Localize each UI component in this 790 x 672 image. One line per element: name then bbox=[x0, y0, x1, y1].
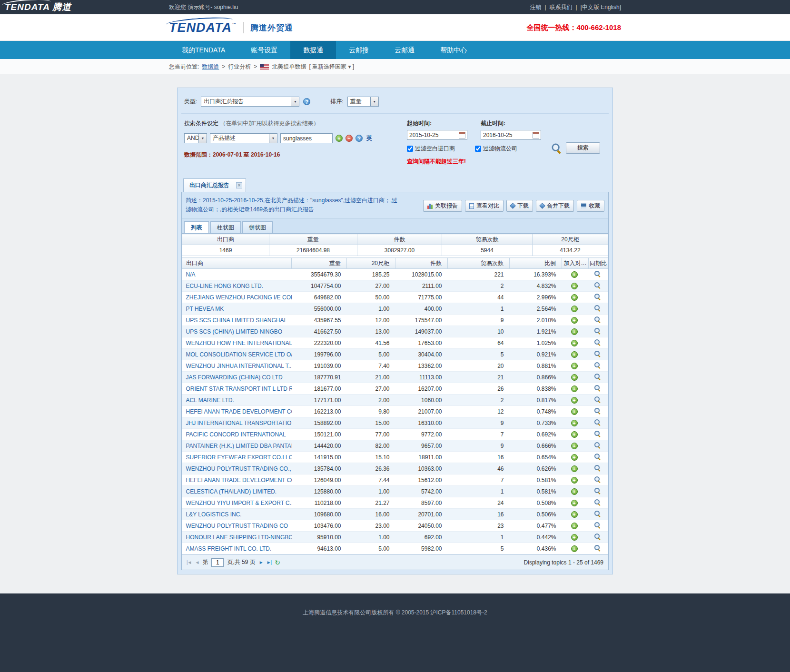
tab-bar-chart-view[interactable]: 柱状图 bbox=[210, 221, 241, 233]
add-to-compare-icon[interactable] bbox=[571, 511, 578, 518]
exporter-name-link[interactable]: ECU-LINE HONG KONG LTD. bbox=[182, 280, 292, 292]
exporter-name-link[interactable]: PACIFIC CONCORD INTERNATIONAL bbox=[182, 429, 292, 440]
last-page-button[interactable] bbox=[267, 560, 272, 565]
nav-my-tendata[interactable]: 我的TENDATA bbox=[169, 41, 238, 59]
nav-account-settings[interactable]: 账号设置 bbox=[238, 41, 290, 59]
exporter-name-link[interactable]: JAS FORWARDING (CHINA) CO LTD bbox=[182, 372, 292, 383]
prev-page-button[interactable] bbox=[195, 560, 199, 565]
period-compare-icon[interactable] bbox=[594, 316, 601, 323]
add-condition-icon[interactable] bbox=[336, 135, 343, 142]
add-to-compare-icon[interactable] bbox=[571, 283, 578, 289]
filter-logistics-option[interactable]: 过滤物流公司 bbox=[475, 145, 517, 153]
period-compare-icon[interactable] bbox=[594, 270, 601, 277]
exporter-name-link[interactable]: MOL CONSOLIDATION SERVICE LTD O/B bbox=[182, 349, 292, 360]
exporter-name-link[interactable]: HONOUR LANE SHIPPING LTD-NINGBO bbox=[182, 532, 292, 543]
exporter-name-link[interactable]: CELESTICA (THAILAND) LIMITED. bbox=[182, 486, 292, 497]
exporter-name-link[interactable]: ZHEJIANG WENZHOU PACKING I/E CORP. bbox=[182, 292, 292, 303]
exporter-name-link[interactable]: N/A bbox=[182, 269, 292, 280]
period-compare-icon[interactable] bbox=[594, 499, 601, 505]
end-date-input[interactable] bbox=[481, 132, 533, 138]
breadcrumb-data-service-link[interactable]: 数据通 bbox=[202, 63, 219, 71]
period-compare-icon[interactable] bbox=[594, 510, 601, 517]
type-help-icon[interactable] bbox=[303, 98, 310, 105]
add-to-compare-icon[interactable] bbox=[571, 374, 578, 381]
search-button[interactable]: 搜索 bbox=[566, 142, 600, 154]
exporter-name-link[interactable]: WENZHOU HOW FINE INTERNATIONAL... bbox=[182, 337, 292, 349]
add-to-compare-icon[interactable] bbox=[571, 454, 578, 461]
language-switch-link[interactable]: [中文版 English] bbox=[581, 3, 621, 11]
add-to-compare-icon[interactable] bbox=[571, 271, 578, 278]
add-to-compare-icon[interactable] bbox=[571, 488, 578, 495]
reselect-country-button[interactable]: [ 重新选择国家 ▾ ] bbox=[309, 63, 354, 71]
exporter-name-link[interactable]: ORIENT STAR TRANSPORT INT L LTD RM bbox=[182, 383, 292, 395]
period-compare-icon[interactable] bbox=[594, 396, 601, 403]
period-compare-icon[interactable] bbox=[594, 476, 601, 483]
nav-cloud-mail-search[interactable]: 云邮搜 bbox=[336, 41, 382, 59]
exporter-name-link[interactable]: JHJ INTERNATIONAL TRANSPORTATIO... bbox=[182, 417, 292, 429]
period-compare-icon[interactable] bbox=[594, 453, 601, 460]
add-to-compare-icon[interactable] bbox=[571, 420, 578, 426]
related-report-button[interactable]: 关联报告 bbox=[423, 200, 462, 212]
sort-select[interactable]: 重量 bbox=[347, 97, 379, 107]
nav-help-center[interactable]: 帮助中心 bbox=[427, 41, 480, 59]
period-compare-icon[interactable] bbox=[594, 339, 601, 346]
contact-us-link[interactable]: 联系我们 bbox=[550, 3, 573, 11]
search-field-select[interactable]: 产品描述 bbox=[210, 133, 277, 143]
refresh-icon[interactable] bbox=[275, 559, 280, 566]
period-compare-icon[interactable] bbox=[594, 385, 601, 391]
add-to-compare-icon[interactable] bbox=[571, 500, 578, 506]
tab-pie-chart-view[interactable]: 饼状图 bbox=[242, 221, 273, 233]
report-tab[interactable]: 出口商汇总报告 bbox=[183, 178, 246, 192]
period-compare-icon[interactable] bbox=[594, 522, 601, 528]
add-to-compare-icon[interactable] bbox=[571, 431, 578, 438]
start-date-input[interactable] bbox=[407, 132, 459, 138]
period-compare-icon[interactable] bbox=[594, 350, 601, 357]
calendar-icon[interactable] bbox=[533, 132, 539, 138]
exporter-name-link[interactable]: WENZHOU YIYU IMPORT & EXPORT C... bbox=[182, 497, 292, 509]
period-compare-icon[interactable] bbox=[594, 373, 601, 380]
add-to-compare-icon[interactable] bbox=[571, 545, 578, 552]
logout-link[interactable]: 注销 bbox=[530, 3, 541, 11]
period-compare-icon[interactable] bbox=[594, 487, 601, 494]
remove-condition-icon[interactable] bbox=[346, 135, 353, 142]
add-to-compare-icon[interactable] bbox=[571, 317, 578, 324]
calendar-icon[interactable] bbox=[459, 132, 465, 138]
favorite-button[interactable]: 收藏 bbox=[577, 200, 604, 212]
add-to-compare-icon[interactable] bbox=[571, 408, 578, 415]
close-tab-icon[interactable] bbox=[236, 182, 242, 188]
filter-blank-importer-checkbox[interactable] bbox=[407, 146, 413, 152]
english-toggle[interactable]: 英 bbox=[366, 134, 372, 142]
nav-cloud-mail[interactable]: 云邮通 bbox=[382, 41, 427, 59]
add-to-compare-icon[interactable] bbox=[571, 385, 578, 392]
filter-blank-importer-option[interactable]: 过滤空白进口商 bbox=[407, 145, 455, 153]
exporter-name-link[interactable]: WENZHOU JINHUA INTERNATIONAL T... bbox=[182, 360, 292, 372]
period-compare-icon[interactable] bbox=[594, 327, 601, 334]
exporter-name-link[interactable]: HEFEI ANAN TRADE DEVELOPMENT CO... bbox=[182, 406, 292, 417]
add-to-compare-icon[interactable] bbox=[571, 477, 578, 484]
filter-logistics-checkbox[interactable] bbox=[475, 146, 481, 152]
exporter-name-link[interactable]: L&Y LOGISTICS INC. bbox=[182, 509, 292, 520]
add-to-compare-icon[interactable] bbox=[571, 397, 578, 404]
period-compare-icon[interactable] bbox=[594, 442, 601, 448]
exporter-name-link[interactable]: SUPERIOR EYEWEAR EXPORT CO.LLC bbox=[182, 452, 292, 463]
condition-help-icon[interactable] bbox=[356, 135, 363, 142]
period-compare-icon[interactable] bbox=[594, 419, 601, 425]
add-to-compare-icon[interactable] bbox=[571, 306, 578, 312]
period-compare-icon[interactable] bbox=[594, 430, 601, 437]
period-compare-icon[interactable] bbox=[594, 305, 601, 311]
period-compare-icon[interactable] bbox=[594, 362, 601, 368]
exporter-name-link[interactable]: ACL MARINE LTD. bbox=[182, 395, 292, 406]
keyword-input[interactable] bbox=[280, 133, 333, 143]
exporter-name-link[interactable]: HEFEI ANAN TRADE DEVELOPMENT CO... bbox=[182, 474, 292, 486]
add-to-compare-icon[interactable] bbox=[571, 465, 578, 472]
exporter-name-link[interactable]: WENZHOU POLYTRUST TRADING CO., ... bbox=[182, 463, 292, 474]
period-compare-icon[interactable] bbox=[594, 407, 601, 414]
period-compare-icon[interactable] bbox=[594, 293, 601, 300]
add-to-compare-icon[interactable] bbox=[571, 340, 578, 346]
period-compare-icon[interactable] bbox=[594, 464, 601, 471]
add-to-compare-icon[interactable] bbox=[571, 443, 578, 449]
first-page-button[interactable] bbox=[187, 560, 192, 565]
view-comparison-button[interactable]: 查看对比 bbox=[465, 200, 504, 212]
add-to-compare-icon[interactable] bbox=[571, 328, 578, 335]
add-to-compare-icon[interactable] bbox=[571, 363, 578, 369]
